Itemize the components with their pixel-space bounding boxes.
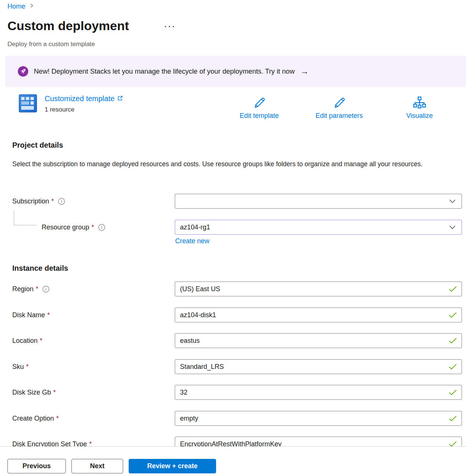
field-label: Location* (12, 333, 42, 348)
required-asterisk: * (36, 285, 38, 293)
field-row-location: Location* (12, 333, 462, 348)
required-asterisk: * (40, 337, 42, 345)
field-row-resource-group: Resource group*Create new (12, 220, 462, 235)
valid-check-icon (449, 286, 457, 292)
deployment-stacks-banner[interactable]: New! Deployment Stacks let you manage th… (5, 56, 466, 87)
field-row-sku: Sku* (12, 359, 462, 374)
info-icon[interactable] (42, 286, 49, 293)
required-asterisk: * (47, 311, 50, 319)
field-label-text: Region (12, 285, 33, 293)
field-row-region: Region* (12, 282, 462, 296)
review-create-button[interactable]: Review + create (129, 459, 216, 473)
custom-deployment-page: Home Custom deployment ··· Deploy from a… (0, 0, 466, 476)
toolbar-actions: Edit templateEdit parametersVisualize (0, 95, 466, 123)
sku-input[interactable] (175, 359, 462, 374)
field-control (175, 411, 462, 426)
breadcrumb-chevron-icon (29, 3, 34, 10)
action-label: Edit template (240, 112, 279, 120)
action-edit-parameters[interactable]: Edit parameters (315, 95, 363, 120)
pencil-icon (332, 95, 347, 111)
subscription-input[interactable] (175, 194, 462, 209)
field-row-create-option: Create Option* (12, 411, 462, 426)
field-label-text: Disk Size Gb (12, 389, 51, 396)
resource-group-input[interactable] (175, 220, 462, 235)
previous-button[interactable]: Previous (7, 459, 66, 473)
footer-bar: PreviousNextReview + create (0, 446, 466, 476)
field-label-text: Subscription (12, 197, 49, 205)
disk-size-gb-input[interactable] (175, 385, 462, 400)
field-control (175, 359, 462, 374)
valid-check-icon (449, 312, 457, 318)
field-label-text: Sku (12, 363, 24, 371)
field-label: Subscription* (12, 194, 65, 209)
info-icon[interactable] (58, 198, 65, 205)
chevron-down-icon[interactable] (449, 198, 456, 204)
valid-check-icon (449, 389, 457, 395)
arrow-right-icon: → (301, 67, 309, 75)
required-asterisk: * (26, 363, 29, 371)
page-title: Custom deployment (7, 19, 129, 33)
project-details-description: Select the subscription to manage deploy… (12, 158, 440, 170)
more-options-button[interactable]: ··· (164, 22, 176, 31)
field-label-text: Disk Name (12, 311, 45, 319)
field-label: Resource group* (42, 220, 105, 235)
field-label: Disk Size Gb* (12, 385, 56, 400)
valid-check-icon (449, 364, 457, 370)
action-label: Edit parameters (315, 112, 363, 120)
field-label-text: Location (12, 337, 38, 345)
field-control: Create new (175, 220, 462, 235)
field-label-text: Resource group (42, 223, 89, 231)
field-label: Sku* (12, 359, 29, 374)
pencil-icon (252, 95, 267, 111)
chevron-down-icon[interactable] (449, 224, 456, 230)
required-asterisk: * (53, 389, 56, 396)
flowchart-icon (412, 95, 427, 111)
required-asterisk: * (51, 197, 54, 205)
valid-check-icon (449, 338, 457, 344)
field-label: Create Option* (12, 411, 59, 426)
disk-name-input[interactable] (175, 308, 462, 322)
action-label: Visualize (406, 112, 433, 120)
create-option-input[interactable] (175, 411, 462, 426)
rocket-icon (18, 66, 28, 77)
location-input[interactable] (175, 333, 462, 348)
field-control (175, 385, 462, 400)
field-control (175, 333, 462, 348)
project-details-heading: Project details (12, 141, 63, 149)
create-new-link[interactable]: Create new (175, 237, 209, 245)
next-button[interactable]: Next (71, 459, 123, 473)
region-input[interactable] (175, 282, 462, 296)
field-row-disk-size-gb: Disk Size Gb* (12, 385, 462, 400)
info-icon[interactable] (98, 224, 105, 231)
field-control (175, 194, 462, 209)
breadcrumb-home-link[interactable]: Home (7, 3, 25, 10)
page-subtitle: Deploy from a custom template (7, 41, 95, 48)
field-label: Region* (12, 282, 49, 296)
action-edit-template[interactable]: Edit template (240, 95, 279, 120)
field-row-subscription: Subscription* (12, 194, 462, 209)
instance-details-heading: Instance details (12, 264, 68, 273)
valid-check-icon (449, 415, 457, 421)
field-control (175, 308, 462, 322)
field-control (175, 282, 462, 296)
breadcrumb: Home (7, 3, 34, 10)
required-asterisk: * (91, 223, 94, 231)
field-row-disk-name: Disk Name* (12, 308, 462, 322)
required-asterisk: * (56, 415, 59, 422)
banner-message: New! Deployment Stacks let you manage th… (34, 67, 295, 75)
subscription-resourcegroup-connector (14, 210, 36, 225)
field-label-text: Create Option (12, 415, 54, 422)
field-label: Disk Name* (12, 308, 50, 322)
action-visualize[interactable]: Visualize (406, 95, 433, 120)
